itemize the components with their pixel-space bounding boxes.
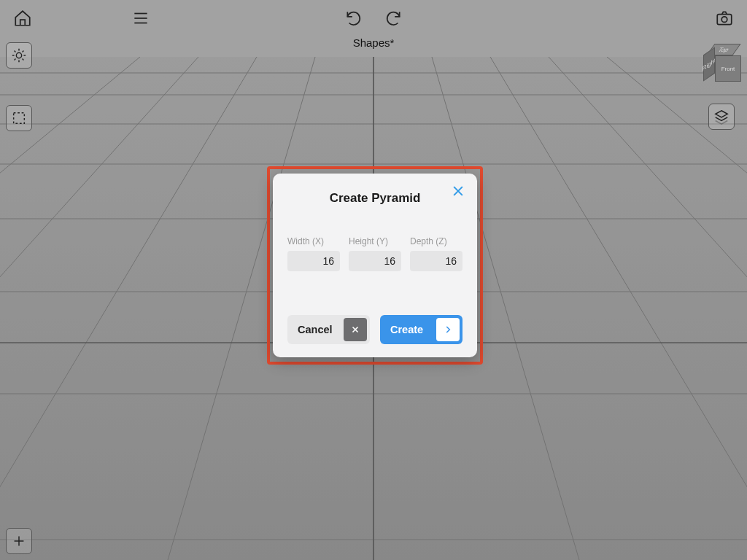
top-toolbar — [0, 0, 747, 36]
undo-button[interactable] — [341, 6, 366, 31]
width-input[interactable] — [287, 251, 340, 271]
right-tool-column: Top Right Front — [702, 42, 741, 130]
svg-marker-36 — [716, 111, 728, 117]
depth-label: Depth (Z) — [410, 236, 462, 246]
add-button[interactable] — [6, 528, 32, 554]
svg-rect-24 — [717, 15, 732, 25]
home-button[interactable] — [10, 6, 35, 31]
svg-line-32 — [23, 59, 24, 61]
svg-line-33 — [23, 51, 24, 52]
svg-line-31 — [15, 51, 16, 52]
selection-button[interactable] — [6, 105, 32, 131]
create-button[interactable]: Create — [380, 315, 462, 344]
dialog-title: Create Pyramid — [287, 191, 462, 206]
view-cube-side[interactable]: Right — [703, 47, 715, 81]
chevron-right-icon — [436, 318, 460, 341]
svg-line-34 — [15, 59, 16, 61]
lighting-button[interactable] — [6, 42, 32, 69]
document-title: Shapes* — [0, 36, 747, 49]
cancel-button[interactable]: Cancel — [287, 315, 370, 344]
svg-rect-35 — [14, 113, 25, 124]
view-cube[interactable]: Top Right Front — [702, 42, 741, 82]
view-cube-front[interactable]: Front — [715, 55, 741, 82]
create-label: Create — [390, 324, 423, 335]
svg-point-25 — [721, 17, 727, 23]
dimension-fields: Width (X) Height (Y) Depth (Z) — [287, 236, 462, 271]
camera-button[interactable] — [712, 6, 737, 31]
height-input[interactable] — [349, 251, 401, 271]
layers-button[interactable] — [708, 104, 735, 130]
create-pyramid-dialog: Create Pyramid Width (X) Height (Y) Dept… — [273, 174, 477, 357]
dialog-close-button[interactable] — [448, 181, 468, 201]
cancel-label: Cancel — [298, 324, 333, 335]
depth-input[interactable] — [410, 251, 462, 271]
close-icon — [344, 318, 367, 341]
svg-point-26 — [16, 52, 21, 58]
redo-button[interactable] — [381, 6, 406, 31]
dialog-actions: Cancel Create — [287, 315, 462, 344]
left-tool-column — [6, 42, 32, 131]
menu-button[interactable] — [128, 6, 153, 31]
width-label: Width (X) — [287, 236, 340, 246]
height-label: Height (Y) — [349, 236, 401, 246]
